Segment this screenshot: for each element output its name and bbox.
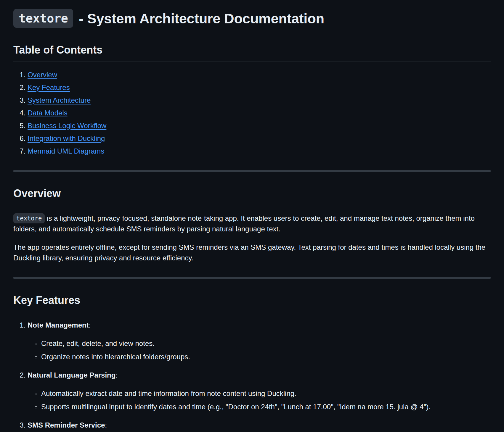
toc-item: System Architecture	[28, 95, 491, 106]
feature-title: SMS Reminder Service	[28, 421, 105, 429]
feature-item-sms-reminder-service: SMS Reminder Service:	[28, 420, 491, 431]
feature-title-suffix: :	[89, 321, 91, 329]
toc-link-mermaid-uml-diagrams[interactable]: Mermaid UML Diagrams	[28, 147, 104, 155]
feature-sublist: Automatically extract date and time info…	[28, 388, 491, 412]
title-code-badge: textore	[13, 9, 73, 28]
key-features-list: Note Management: Create, edit, delete, a…	[13, 320, 491, 431]
feature-title-suffix: :	[105, 421, 107, 429]
toc-link-overview[interactable]: Overview	[28, 71, 57, 79]
overview-paragraph-1: textore is a lightweight, privacy-focuse…	[13, 213, 491, 234]
page-title-text: - System Architecture Documentation	[75, 11, 324, 26]
toc-item: Integration with Duckling	[28, 133, 491, 144]
feature-item-natural-language-parsing: Natural Language Parsing: Automatically …	[28, 370, 491, 412]
table-of-contents: Overview Key Features System Architectur…	[13, 70, 491, 157]
toc-heading: Table of Contents	[13, 42, 491, 62]
toc-link-integration-with-duckling[interactable]: Integration with Duckling	[28, 134, 105, 142]
inline-code-textore: textore	[13, 213, 45, 223]
toc-item: Key Features	[28, 82, 491, 93]
feature-subitem: Organize notes into hierarchical folders…	[41, 352, 491, 362]
toc-item: Mermaid UML Diagrams	[28, 146, 491, 157]
feature-item-note-management: Note Management: Create, edit, delete, a…	[28, 320, 491, 362]
toc-item: Business Logic Workflow	[28, 120, 491, 131]
toc-item: Overview	[28, 70, 491, 80]
document-page: textore - System Architecture Documentat…	[0, 0, 504, 432]
toc-link-data-models[interactable]: Data Models	[28, 109, 68, 117]
toc-link-business-logic-workflow[interactable]: Business Logic Workflow	[28, 122, 106, 130]
toc-link-system-architecture[interactable]: System Architecture	[28, 96, 91, 104]
feature-subitem: Create, edit, delete, and view notes.	[41, 338, 491, 349]
feature-title: Natural Language Parsing	[28, 371, 115, 379]
overview-heading: Overview	[13, 186, 491, 205]
feature-title-suffix: :	[115, 371, 118, 379]
section-divider	[13, 170, 491, 172]
toc-link-key-features[interactable]: Key Features	[28, 83, 70, 91]
page-title: textore - System Architecture Documentat…	[13, 8, 491, 34]
feature-title: Note Management	[28, 321, 89, 329]
feature-subitem: Automatically extract date and time info…	[41, 388, 491, 399]
section-divider	[13, 277, 491, 279]
toc-item: Data Models	[28, 108, 491, 118]
overview-paragraph-2: The app operates entirely offline, excep…	[13, 242, 491, 263]
key-features-heading: Key Features	[13, 292, 491, 312]
feature-sublist: Create, edit, delete, and view notes. Or…	[28, 338, 491, 362]
feature-subitem: Supports multilingual input to identify …	[41, 402, 491, 412]
overview-paragraph-1-text: is a lightweight, privacy-focused, stand…	[13, 214, 475, 233]
